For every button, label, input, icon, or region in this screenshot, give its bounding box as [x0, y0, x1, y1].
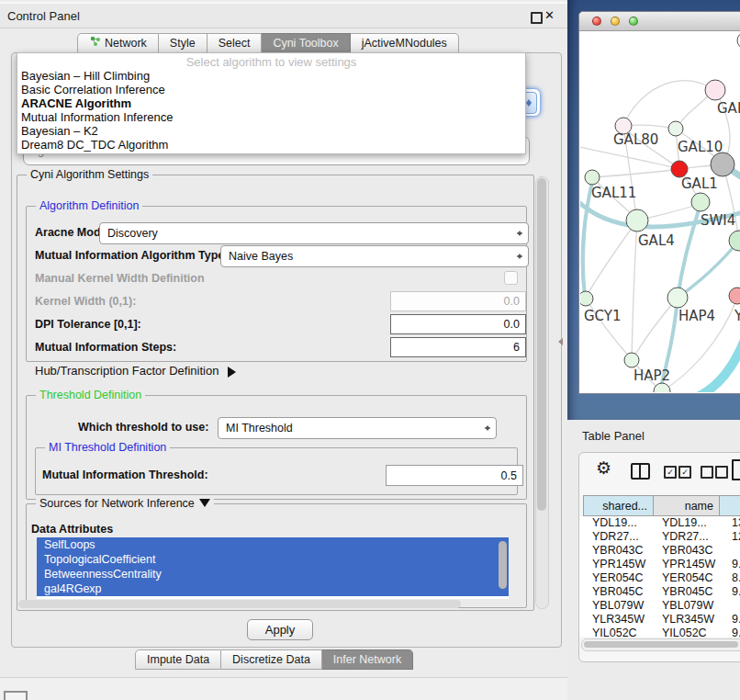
table-panel-box: ⚙ ✓ ✓ shared... name YDL19...YDL19...13Y… — [578, 452, 740, 662]
node-unlabeled[interactable] — [729, 231, 740, 251]
table-hscrollbar[interactable] — [581, 638, 740, 651]
mi-threshold-field[interactable]: 0.5 — [386, 465, 523, 486]
table-row[interactable]: YLR345WYLR345W9. — [583, 613, 740, 627]
panel-title: Control Panel — [7, 9, 80, 23]
column-header-shared[interactable]: shared... — [583, 495, 654, 516]
column-layout-icon[interactable] — [631, 463, 650, 480]
node-hap4[interactable] — [667, 288, 688, 308]
table-row[interactable]: YBR045CYBR045C9. — [583, 585, 740, 599]
collapsed-panel-icon[interactable] — [4, 691, 28, 700]
table-row[interactable]: YBL079WYBL079W — [583, 599, 740, 613]
node-label-gcy1: GCY1 — [584, 308, 622, 324]
combo-stepper-icon — [516, 251, 523, 262]
settings-hscroll-thumb[interactable] — [18, 600, 461, 608]
table-row[interactable]: YPR145WYPR145W9. — [583, 558, 740, 571]
network-view-window[interactable]: GALGAL80GAL10GAL1SWI4GAL11GAL4GCY1HAP4YH… — [578, 11, 740, 394]
table-cell: YIL052C — [662, 627, 707, 637]
table-cell: YPR145W — [592, 558, 645, 571]
manual-kernel-checkbox[interactable] — [504, 271, 518, 285]
tab-discretize-data[interactable]: Discretize Data — [221, 649, 322, 670]
tab-impute-data[interactable]: Impute Data — [135, 649, 221, 670]
table-cell: 9. — [732, 613, 740, 627]
node-gal4[interactable] — [626, 209, 648, 231]
data-attribute-item[interactable]: gal4RGexp — [37, 581, 509, 596]
node-gal10[interactable] — [668, 121, 683, 136]
data-attributes-list[interactable]: SelfLoopsTopologicalCoefficientBetweenne… — [37, 537, 509, 599]
combo-stepper-icon — [484, 423, 491, 434]
algorithm-option[interactable]: Mutual Information Inference — [17, 110, 525, 124]
document-icon[interactable] — [732, 459, 740, 480]
data-attribute-item[interactable]: BetweennessCentrality — [37, 567, 509, 581]
network-canvas[interactable]: GALGAL80GAL10GAL1SWI4GAL11GAL4GCY1HAP4YH… — [580, 31, 740, 392]
aracne-mode-select[interactable]: Discovery — [99, 222, 529, 244]
panel-splitter-handle[interactable] — [555, 338, 563, 345]
float-window-icon[interactable] — [531, 12, 543, 24]
settings-vscroll-thumb[interactable] — [537, 178, 546, 511]
kernel-width-value: 0.0 — [504, 295, 520, 308]
table-cell: YBR043C — [592, 544, 644, 558]
gear-icon[interactable]: ⚙ — [596, 457, 611, 479]
tab-jactivemnodules[interactable]: jActiveMNodules — [351, 33, 459, 53]
algorithm-option[interactable]: ARACNE Algorithm — [17, 96, 525, 110]
mi-threshold-label: Mutual Information Threshold: — [42, 469, 208, 481]
node-unlabeled[interactable] — [711, 152, 734, 176]
table-row[interactable]: YBR043CYBR043C — [583, 544, 740, 558]
node-label-gal4: GAL4 — [638, 232, 675, 249]
node-hap2[interactable] — [624, 353, 639, 367]
kernel-width-field[interactable]: 0.0 — [390, 291, 526, 311]
algorithm-option[interactable]: Basic Correlation Inference — [17, 83, 525, 96]
collapse-arrow-icon[interactable] — [199, 499, 210, 513]
expand-arrow-icon[interactable] — [228, 367, 241, 378]
tab-cyni-toolbox[interactable]: Cyni Toolbox — [262, 33, 350, 53]
settings-vertical-scrollbar[interactable] — [535, 176, 549, 609]
node-label-gal11: GAL11 — [591, 185, 636, 201]
table-row[interactable]: YDR27...YDR27...12 — [583, 530, 740, 544]
table-cell: 8. — [732, 571, 740, 585]
close-icon[interactable]: ✕ — [544, 8, 555, 22]
tab-style[interactable]: Style — [159, 33, 207, 53]
node-y[interactable] — [729, 288, 740, 304]
zoom-traffic-light-icon[interactable] — [629, 17, 638, 26]
tab-label: Style — [170, 34, 196, 52]
tab-select[interactable]: Select — [207, 33, 263, 53]
tab-infer-network[interactable]: Infer Network — [322, 649, 413, 670]
data-attribute-item[interactable]: SelfLoops — [37, 537, 509, 552]
unchecked-checkbox-icon[interactable] — [715, 466, 728, 479]
dpi-tolerance-value: 0.0 — [504, 318, 520, 331]
which-threshold-value: MI Threshold — [226, 422, 293, 435]
node-gal11[interactable] — [585, 170, 600, 185]
table-row[interactable]: YDL19...YDL19...13 — [583, 516, 740, 530]
algorithm-option[interactable]: Bayesian – Hill Climbing — [17, 69, 525, 83]
node-unlabeled[interactable] — [654, 383, 670, 392]
table-cell: YLR345W — [592, 613, 645, 627]
minimize-traffic-light-icon[interactable] — [611, 17, 620, 26]
checked-checkbox-icon[interactable]: ✓ — [678, 466, 691, 479]
mi-steps-field[interactable]: 6 — [390, 337, 526, 357]
node-swi4[interactable] — [691, 193, 710, 211]
table-row[interactable]: YIL052CYIL052C9. — [583, 627, 740, 637]
node-label-hap2: HAP2 — [633, 367, 670, 384]
list-scrollbar-thumb[interactable] — [499, 541, 507, 589]
algorithm-option[interactable]: Dream8 DC_TDC Algorithm — [17, 138, 525, 152]
column-header-name[interactable]: name — [653, 495, 720, 516]
table-hscroll-thumb[interactable] — [584, 641, 738, 648]
node-label-gal1: GAL1 — [681, 175, 718, 192]
which-threshold-select[interactable]: MI Threshold — [218, 417, 497, 439]
checked-checkbox-icon[interactable]: ✓ — [664, 466, 677, 479]
hub-tf-definition-section[interactable]: Hub/Transcription Factor Definition — [35, 364, 241, 378]
tab-label: Discretize Data — [232, 650, 310, 669]
network-window-titlebar[interactable] — [579, 12, 740, 31]
mi-type-select[interactable]: Naive Bayes — [220, 245, 529, 267]
node-gal[interactable] — [705, 80, 725, 100]
data-attribute-item[interactable]: TopologicalCoefficient — [37, 552, 509, 567]
dpi-tolerance-field[interactable]: 0.0 — [390, 314, 526, 334]
algorithm-option[interactable]: Bayesian – K2 — [17, 124, 525, 138]
table-row[interactable]: YER054CYER054C8. — [583, 571, 740, 585]
unchecked-checkbox-icon[interactable] — [701, 466, 713, 479]
apply-button[interactable]: Apply — [247, 619, 313, 640]
column-header-cut[interactable] — [719, 495, 740, 516]
close-traffic-light-icon[interactable] — [592, 17, 601, 26]
table-cell: 9. — [732, 627, 740, 637]
node-gcy1[interactable] — [580, 291, 593, 306]
tab-network[interactable]: Network — [77, 33, 159, 53]
